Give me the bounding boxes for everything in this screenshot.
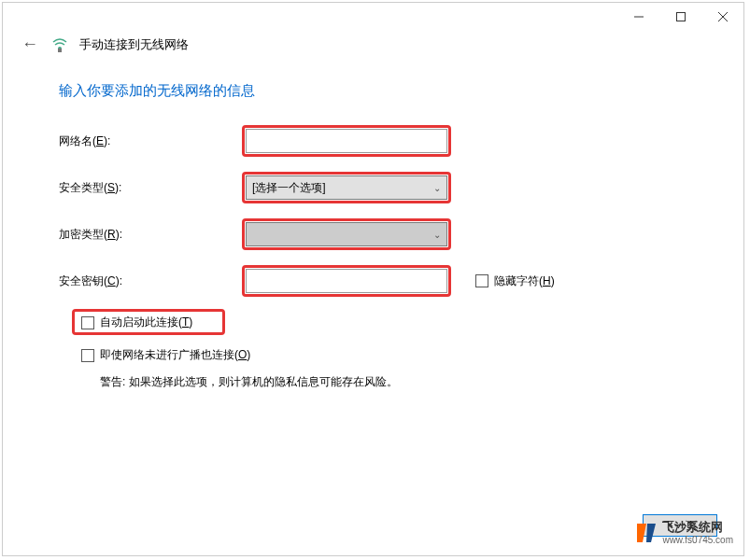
connect-hidden-group: 即使网络未进行广播也连接(O)	[81, 347, 687, 363]
auto-start-group: 自动启动此连接(T)	[81, 315, 687, 330]
svg-marker-6	[637, 524, 646, 542]
svg-marker-7	[646, 524, 656, 542]
svg-rect-5	[58, 49, 62, 52]
back-arrow-icon[interactable]: ←	[21, 35, 40, 54]
field-encryption-type: ⌄	[246, 222, 447, 246]
watermark-text: 飞沙系统网 www.fs0745.com	[662, 521, 733, 544]
row-encryption-type: 加密类型(R): ⌄	[59, 221, 687, 247]
close-button[interactable]	[701, 3, 743, 31]
window-title: 手动连接到无线网络	[79, 36, 189, 53]
label-network-name: 网络名(E):	[59, 133, 246, 149]
row-network-name: 网络名(E):	[59, 128, 687, 154]
security-key-input[interactable]	[246, 269, 447, 293]
header: ← 手动连接到无线网络	[3, 31, 743, 63]
network-name-input[interactable]	[246, 129, 447, 153]
watermark-logo-icon	[634, 521, 658, 545]
page-heading: 输入你要添加的无线网络的信息	[59, 82, 687, 100]
field-security-key	[246, 269, 447, 293]
row-security-key: 安全密钥(C): 隐藏字符(H)	[59, 268, 687, 294]
label-security-type: 安全类型(S):	[59, 180, 246, 196]
field-security-type: [选择一个选项] ⌄	[246, 175, 447, 200]
watermark: 飞沙系统网 www.fs0745.com	[634, 521, 733, 545]
titlebar	[3, 3, 743, 31]
label-encryption-type: 加密类型(R):	[59, 227, 246, 243]
encryption-type-select: ⌄	[246, 222, 447, 246]
warning-text: 警告: 如果选择此选项，则计算机的隐私信息可能存在风险。	[100, 374, 687, 390]
connect-hidden-checkbox[interactable]	[81, 349, 94, 362]
maximize-button[interactable]	[659, 3, 701, 31]
wireless-icon	[51, 36, 68, 53]
watermark-url: www.fs0745.com	[662, 535, 733, 545]
svg-rect-1	[676, 13, 685, 21]
dialog-window: ← 手动连接到无线网络 输入你要添加的无线网络的信息 网络名(E): 安全类型(…	[2, 2, 744, 556]
auto-start-checkbox[interactable]	[81, 316, 94, 329]
label-auto-start: 自动启动此连接(T)	[100, 315, 192, 330]
hide-chars-checkbox[interactable]	[475, 274, 488, 287]
field-network-name	[246, 129, 447, 153]
chevron-down-icon: ⌄	[433, 230, 441, 240]
chevron-down-icon: ⌄	[433, 183, 441, 193]
row-security-type: 安全类型(S): [选择一个选项] ⌄	[59, 175, 687, 201]
hide-chars-group: 隐藏字符(H)	[475, 273, 555, 289]
watermark-title: 飞沙系统网	[662, 521, 733, 534]
label-hide-chars: 隐藏字符(H)	[494, 273, 555, 289]
label-connect-hidden: 即使网络未进行广播也连接(O)	[100, 347, 250, 363]
label-security-key: 安全密钥(C):	[59, 273, 246, 289]
security-type-value: [选择一个选项]	[252, 180, 326, 196]
security-type-select[interactable]: [选择一个选项] ⌄	[246, 175, 447, 200]
minimize-button[interactable]	[617, 3, 659, 31]
content-area: 输入你要添加的无线网络的信息 网络名(E): 安全类型(S): [选择一个选项]…	[3, 63, 743, 390]
